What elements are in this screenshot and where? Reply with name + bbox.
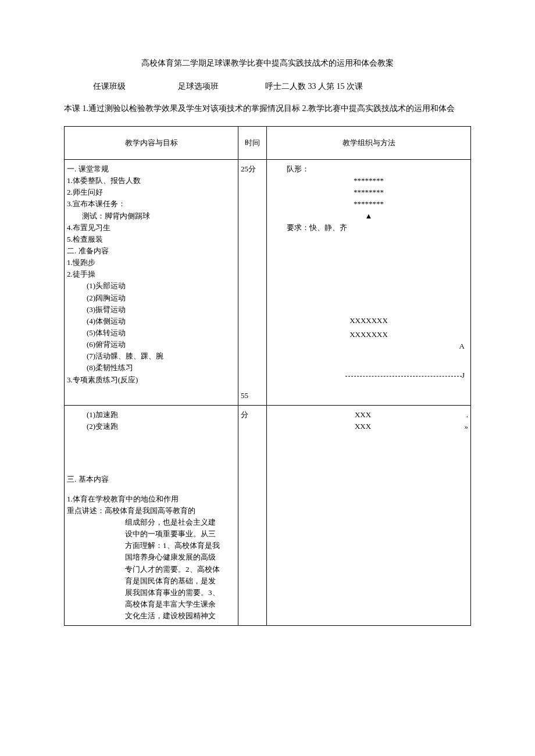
time-value: 55 xyxy=(241,390,264,402)
info-row: 任课班级 足球选项班 呼士二人数 33 人第 15 次课 xyxy=(64,81,471,92)
content-line: 3.宣布本课任务： xyxy=(67,198,236,210)
lesson-table: 教学内容与目标 时间 教学组织与方法 一. 课堂常规 1.体委整队、报告人数 2… xyxy=(64,126,471,626)
content-line: (1)加速跑 xyxy=(67,409,236,421)
content-line: (3)振臂运动 xyxy=(67,304,236,316)
content-line: 重点讲述：高校体育是我国高等教育的 xyxy=(67,505,236,517)
class-value: 足球选项班 xyxy=(178,81,219,92)
page: 高校体育第二学期足球课教学比赛中提高实践技战术的运用和体会教案 任课班级 足球选… xyxy=(0,0,535,756)
formation-row: ******** xyxy=(269,175,468,187)
content-line: (7)活动髁、膝、踝、腕 xyxy=(67,350,236,362)
content-line: 国培养身心健康发展的高级 xyxy=(125,551,236,563)
arrow-line: J xyxy=(269,370,468,381)
content-line: 组成部分，也是社会主义建 xyxy=(125,517,236,528)
content-line: 5.检查服装 xyxy=(67,234,236,245)
table-row: 一. 课堂常规 1.体委整队、报告人数 2.师生问好 3.宣布本课任务： 测试：… xyxy=(65,160,471,406)
symbol: . xyxy=(456,409,468,421)
content-line: 文化生活，建设校园精神文 xyxy=(125,610,236,622)
symbol: » xyxy=(456,421,468,432)
header-method: 教学组织与方法 xyxy=(267,127,471,160)
content-line: 二. 准备内容 xyxy=(67,245,236,257)
content-line: 测试：脚背内侧踢球 xyxy=(67,210,236,222)
header-content: 教学内容与目标 xyxy=(65,127,238,160)
content-line: 2.师生问好 xyxy=(67,187,236,198)
formation-row: ******** xyxy=(269,187,468,198)
content-line: 3.专项素质练习(反应) xyxy=(67,374,236,386)
content-line: 1.体委整队、报告人数 xyxy=(67,175,236,187)
content-line: (6)俯背运动 xyxy=(67,339,236,350)
time-value: 25分 xyxy=(241,163,264,175)
page-title: 高校体育第二学期足球课教学比赛中提高实践技战术的运用和体会教案 xyxy=(64,58,471,69)
teacher-marker: ▲ xyxy=(269,210,468,222)
people-label: 呼士二人数 33 人第 15 次课 xyxy=(265,81,363,92)
table-bottom-border xyxy=(65,625,471,626)
content-line: (4)体侧运动 xyxy=(67,316,236,327)
formation-row: XXXXXXX xyxy=(269,315,468,327)
requirement: 要求：快、静、齐 xyxy=(269,222,468,234)
content-line: 高校体育是丰富大学生课余 xyxy=(125,599,236,610)
content-line: 1.体育在学校教育中的地位和作用 xyxy=(67,493,236,505)
content-line: (2)阔胸运动 xyxy=(67,292,236,304)
content-line: 1.慢跑步 xyxy=(67,257,236,268)
content-line: 4.布置见习生 xyxy=(67,222,236,234)
content-line: 设中的一项重要事业。从三 xyxy=(125,528,236,540)
table-header-row: 教学内容与目标 时间 教学组织与方法 xyxy=(65,127,471,160)
header-time: 时间 xyxy=(238,127,267,160)
content-line: 方面理解：1、高校体育是我 xyxy=(125,540,236,551)
table-row: (1)加速跑 (2)变速跑 三. 基本内容 1.体育在学校教育中的地位和作用 重… xyxy=(65,406,471,625)
goal-block: 本课 1.通过测验以检验教学效果及学生对该项技术的掌握情况目标 2.教学比赛中提… xyxy=(64,102,471,114)
content-line: (1)头部运动 xyxy=(67,280,236,292)
formation-row: ******** xyxy=(269,198,468,210)
content-line: 专门人才的需要。2、高校体 xyxy=(125,564,236,575)
content-line: 一. 课堂常规 xyxy=(67,163,236,175)
formation-row: XXXXXXX xyxy=(269,329,468,341)
label-class: 任课班级 xyxy=(93,81,126,92)
content-line: (5)体转运动 xyxy=(67,327,236,339)
time-value: 分 xyxy=(241,409,264,421)
content-line: 2.徒手操 xyxy=(67,268,236,280)
formation-row: XXX xyxy=(269,409,456,421)
formation-row: XXX xyxy=(269,421,456,432)
formation-label: 队形： xyxy=(269,163,468,175)
marker-a: A xyxy=(269,341,468,352)
content-line: (2)变速跑 xyxy=(67,421,236,432)
content-line: 展我国体育事业的需要。3、 xyxy=(125,587,236,599)
content-line: (8)柔韧性练习 xyxy=(67,362,236,374)
section-header: 三. 基本内容 xyxy=(67,474,236,485)
content-line: 育是国民体育的基础，是发 xyxy=(125,575,236,587)
